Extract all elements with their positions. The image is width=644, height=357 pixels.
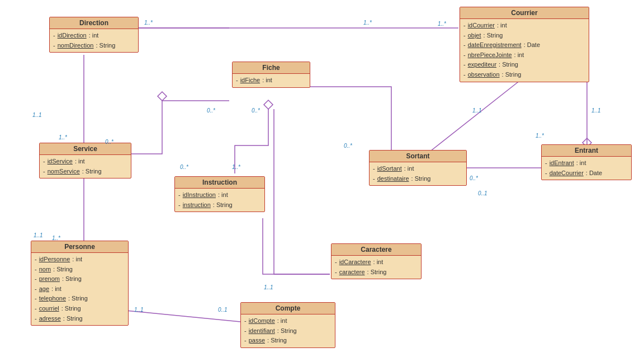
mult-direction-fiche-1: 1..*	[144, 20, 153, 26]
mult-instr-1: 0..*	[180, 164, 188, 170]
mult-fiche-2: 0..*	[252, 107, 260, 114]
attr-personne-1: - idPersonne : int	[35, 255, 125, 265]
class-caractere: Caractere - idCaractere : int - caracter…	[331, 243, 422, 279]
class-entrant: Entrant - idEntrant : int - dateCourrier…	[541, 144, 632, 180]
class-caractere-title: Caractere	[332, 244, 421, 256]
class-courrier: Courrier - idCourrier : int - objet : St…	[460, 7, 589, 82]
class-compte-body: - idCompte : int - identifiant : String …	[241, 314, 335, 347]
attr-sortant-1: - idSortant : int	[373, 164, 463, 174]
mult-dir-svc-1: 1..1	[32, 112, 42, 118]
attr-direction-2: - nomDirection : String	[53, 41, 135, 51]
mult-pers-compte-1: 1..1	[134, 307, 144, 313]
mult-sort-entr-2: 0..1	[478, 190, 487, 196]
mult-courrier-right: 1..*	[363, 20, 372, 26]
class-fiche-title: Fiche	[233, 62, 310, 74]
attr-caractere-2: - caractere : String	[335, 267, 418, 278]
class-sortant: Sortant - idSortant : int - destinataire…	[369, 150, 467, 186]
class-entrant-body: - idEntrant : int - dateCourrier : Date	[542, 157, 631, 180]
class-courrier-title: Courrier	[460, 7, 589, 19]
class-caractere-body: - idCaractere : int - caractere : String	[332, 256, 421, 279]
mult-dir-svc-2: 1..*	[59, 134, 67, 140]
attr-compte-1: - idCompte : int	[244, 316, 332, 326]
attr-courrier-2: - objet : String	[463, 31, 585, 41]
class-instruction-title: Instruction	[175, 177, 264, 189]
class-personne: Personne - idPersonne : int - nom : Stri…	[31, 241, 129, 326]
mult-instr-caract: 1..1	[264, 284, 273, 290]
class-compte-title: Compte	[241, 303, 335, 314]
mult-svc-pers-1: 1..1	[34, 232, 43, 238]
mult-svc-fiche-1: 0..*	[105, 139, 113, 145]
class-compte: Compte - idCompte : int - identifiant : …	[240, 302, 335, 348]
mult-pers-compte-2: 0..1	[218, 307, 228, 313]
class-personne-body: - idPersonne : int - nom : String - pren…	[31, 253, 128, 325]
attr-service-1: - idService : int	[43, 157, 127, 167]
attr-entrant-1: - idEntrant : int	[545, 158, 628, 168]
mult-entr-1: 1..*	[536, 133, 544, 139]
mult-sort-entr-1: 0..*	[470, 175, 478, 181]
class-instruction: Instruction - idInstruction : int - inst…	[174, 176, 265, 212]
class-sortant-title: Sortant	[370, 151, 466, 162]
svg-marker-10	[264, 100, 273, 109]
attr-service-2: - nomService : String	[43, 167, 127, 177]
class-service: Service - idService : int - nomService :…	[39, 143, 131, 178]
class-instruction-body: - idInstruction : int - instruction : St…	[175, 189, 264, 212]
attr-courrier-3: - dateEnregistrement : Date	[463, 40, 585, 50]
svg-line-5	[430, 78, 523, 151]
mult-svc-pers-2: 1..*	[52, 235, 60, 241]
class-direction: Direction - idDirection : int - nomDirec…	[49, 17, 139, 53]
mult-sort-left: 0..*	[344, 143, 352, 149]
class-fiche-body: - idFiche : int	[233, 74, 310, 87]
attr-courrier-1: - idCourrier : int	[463, 21, 585, 31]
class-entrant-title: Entrant	[542, 145, 631, 157]
attr-compte-3: - passe : String	[244, 336, 332, 346]
attr-personne-3: - prenom : String	[35, 274, 125, 284]
attr-courrier-5: - expediteur : String	[463, 60, 585, 70]
mult-cour-sort-1: 1..1	[472, 107, 482, 114]
uml-diagram: Direction - idDirection : int - nomDirec…	[0, 0, 644, 357]
attr-instruction-1: - idInstruction : int	[178, 190, 261, 200]
attr-caractere-1: - idCaractere : int	[335, 257, 418, 267]
class-service-title: Service	[40, 143, 131, 155]
attr-courrier-6: - observation : String	[463, 70, 585, 80]
attr-personne-4: - age : int	[35, 284, 125, 294]
class-personne-title: Personne	[31, 241, 128, 253]
class-service-body: - idService : int - nomService : String	[40, 155, 131, 178]
mult-cour-entr-1: 1..1	[591, 107, 601, 114]
class-direction-body: - idDirection : int - nomDirection : Str…	[50, 29, 138, 52]
attr-compte-2: - identifiant : String	[244, 326, 332, 336]
attr-direction-1: - idDirection : int	[53, 31, 135, 41]
attr-entrant-2: - dateCourrier : Date	[545, 168, 628, 178]
attr-personne-5: - telephone : String	[35, 294, 125, 304]
svg-marker-7	[158, 92, 167, 101]
attr-personne-6: - courriel : String	[35, 304, 125, 314]
mult-instr-2: 1..*	[232, 164, 240, 170]
class-sortant-body: - idSortant : int - destinataire : Strin…	[370, 162, 466, 185]
attr-fiche-1: - idFiche : int	[236, 76, 306, 86]
attr-sortant-2: - destinataire : String	[373, 174, 463, 184]
mult-sort-fiche: 1..*	[438, 21, 446, 27]
mult-fiche-1: 0..*	[207, 107, 215, 114]
class-courrier-body: - idCourrier : int - objet : String - da…	[460, 19, 589, 82]
class-direction-title: Direction	[50, 17, 138, 29]
attr-personne-7: - adresse : String	[35, 314, 125, 324]
attr-instruction-2: - instruction : String	[178, 200, 261, 210]
class-fiche: Fiche - idFiche : int	[232, 62, 310, 88]
attr-personne-2: - nom : String	[35, 265, 125, 275]
attr-courrier-4: - nbrePieceJointe : int	[463, 50, 585, 60]
